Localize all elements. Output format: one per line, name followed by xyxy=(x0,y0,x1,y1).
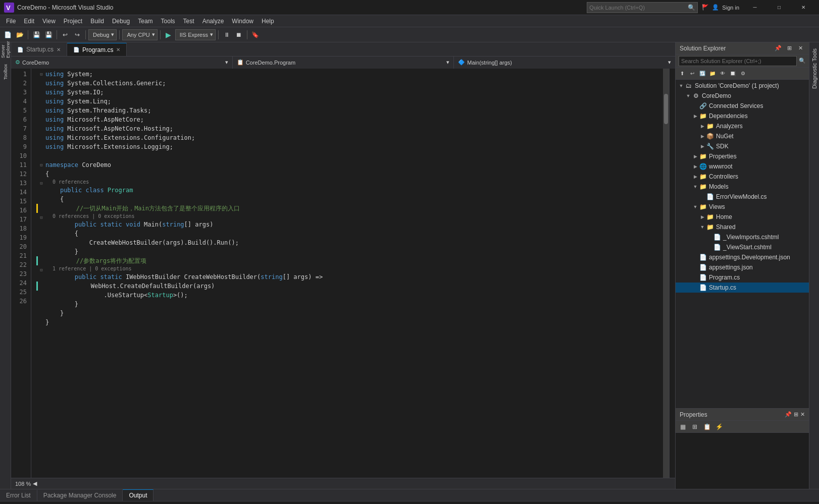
bottom-tab-package-manager-console[interactable]: Package Manager Console xyxy=(37,490,123,501)
tree-item-Program-cs[interactable]: 📄Program.cs xyxy=(676,272,809,283)
tree-item--ViewImports-cshtml[interactable]: 📄_ViewImports.cshtml xyxy=(676,232,809,242)
se-search-input[interactable] xyxy=(679,56,797,66)
fold-icon-21[interactable]: ⊟ xyxy=(38,265,44,274)
code-line-4[interactable]: using System.Linq; xyxy=(36,97,663,106)
se-pin-button[interactable]: 📌 xyxy=(774,44,783,53)
code-content[interactable]: ⊟using System;using System.Collections.G… xyxy=(31,69,663,478)
code-line-2[interactable]: using System.Collections.Generic; xyxy=(36,79,663,88)
minimize-button[interactable]: ─ xyxy=(743,0,766,15)
tree-item-Startup-cs[interactable]: 📄Startup.cs xyxy=(676,283,809,293)
menu-item-tools[interactable]: Tools xyxy=(157,15,179,27)
member-dropdown[interactable]: 🔷 Main(string[] args) ▾ xyxy=(454,57,675,69)
menu-item-team[interactable]: Team xyxy=(134,15,157,27)
tree-item-appsettings-Development-json[interactable]: 📄appsettings.Development.json xyxy=(676,252,809,262)
tree-arrow[interactable]: ▶ xyxy=(692,151,699,161)
vertical-scrollbar[interactable] xyxy=(663,69,669,478)
se-expand-button[interactable]: ⊞ xyxy=(785,44,794,53)
menu-item-window[interactable]: Window xyxy=(228,15,258,27)
code-line-1[interactable]: ⊟using System; xyxy=(36,70,663,79)
tree-item-Properties[interactable]: ▶📁Properties xyxy=(676,151,809,161)
new-project-button[interactable]: 📄 xyxy=(2,29,13,40)
code-line-6[interactable]: using Microsoft.AspNetCore; xyxy=(36,115,663,124)
code-line-20[interactable]: //参数args将作为配置项 xyxy=(36,256,663,265)
debug-mode-dropdown[interactable]: Debug ▾ xyxy=(88,29,117,40)
menu-item-analyze[interactable]: Analyze xyxy=(198,15,228,27)
tree-arrow[interactable]: ▼ xyxy=(692,202,699,212)
diagnostic-tools-tab[interactable]: Diagnostic Tools xyxy=(810,44,818,93)
code-line-11[interactable]: ⊟namespace CoreDemo xyxy=(36,160,663,170)
tree-arrow[interactable]: ▶ xyxy=(692,111,699,121)
fold-icon-1[interactable]: ⊟ xyxy=(38,70,44,79)
tree-item-Views[interactable]: ▼📁Views xyxy=(676,202,809,212)
fold-icon-11[interactable]: ⊟ xyxy=(38,160,44,170)
start-button[interactable]: ▶ xyxy=(163,29,174,40)
save-button[interactable]: 💾 xyxy=(31,29,42,40)
code-line-23[interactable]: .UseStartup<Startup>(); xyxy=(36,291,663,300)
se-tb-btn-6[interactable]: 🔲 xyxy=(728,69,737,78)
platform-dropdown[interactable]: Any CPU ▾ xyxy=(122,29,157,40)
prop-tb-events[interactable]: ⚡ xyxy=(714,422,724,432)
prop-close-button[interactable]: ✕ xyxy=(800,411,805,418)
menu-item-build[interactable]: Build xyxy=(86,15,108,27)
open-button[interactable]: 📂 xyxy=(14,29,25,40)
menu-item-help[interactable]: Help xyxy=(258,15,278,27)
save-all-button[interactable]: 💾 xyxy=(43,29,54,40)
tree-item-Home[interactable]: ▶📁Home xyxy=(676,212,809,222)
code-line-10[interactable] xyxy=(36,151,663,160)
server-explorer-icon[interactable]: Server Explorer xyxy=(1,44,11,54)
sign-in[interactable]: Sign in xyxy=(722,5,739,11)
menu-item-file[interactable]: File xyxy=(2,15,20,27)
tab-close[interactable]: ✕ xyxy=(57,47,61,52)
close-button[interactable]: ✕ xyxy=(792,0,815,15)
se-tb-btn-5[interactable]: 👁 xyxy=(718,69,727,78)
tree-item-Analyzers[interactable]: ▶📁Analyzers xyxy=(676,121,809,131)
tab-close[interactable]: ✕ xyxy=(116,47,120,52)
se-tb-btn-4[interactable]: 📁 xyxy=(708,69,717,78)
menu-item-view[interactable]: View xyxy=(38,15,60,27)
tree-arrow[interactable]: ▶ xyxy=(692,161,699,172)
prop-pin-button[interactable]: 📌 xyxy=(785,411,792,418)
tree-item-CoreDemo[interactable]: ▼⚙CoreDemo xyxy=(676,91,809,101)
code-line-26[interactable]: } xyxy=(36,318,663,327)
code-line-3[interactable]: using System.IO; xyxy=(36,88,663,97)
prop-tb-alpha[interactable]: ⊞ xyxy=(690,422,700,432)
search-box[interactable]: 🔍 xyxy=(587,2,698,13)
tree-item--ViewStart-cshtml[interactable]: 📄_ViewStart.cshtml xyxy=(676,242,809,252)
run-target-dropdown[interactable]: IIS Express ▾ xyxy=(175,29,216,40)
tree-item-SDK[interactable]: ▶🔧SDK xyxy=(676,141,809,151)
se-tb-btn-1[interactable]: ⬆ xyxy=(678,69,687,78)
code-line-21[interactable]: ⊟1 reference | 0 exceptions public stati… xyxy=(36,265,663,282)
code-line-14[interactable]: { xyxy=(36,195,663,204)
code-line-18[interactable]: CreateWebHostBuilder(args).Build().Run()… xyxy=(36,238,663,247)
menu-item-debug[interactable]: Debug xyxy=(108,15,134,27)
tree-item-Shared[interactable]: ▼📁Shared xyxy=(676,222,809,232)
prop-tb-cat[interactable]: ▦ xyxy=(678,422,688,432)
code-line-12[interactable]: { xyxy=(36,170,663,179)
tree-arrow[interactable]: ▼ xyxy=(685,91,692,101)
code-line-5[interactable]: using System.Threading.Tasks; xyxy=(36,106,663,115)
se-tb-btn-2[interactable]: ↩ xyxy=(688,69,697,78)
undo-button[interactable]: ↩ xyxy=(60,29,71,40)
code-line-19[interactable]: } xyxy=(36,247,663,256)
tree-item-appsettings-json[interactable]: 📄appsettings.json xyxy=(676,262,809,272)
tree-item-ErrorViewModel-cs[interactable]: 📄ErrorViewModel.cs xyxy=(676,192,809,202)
code-line-7[interactable]: using Microsoft.AspNetCore.Hosting; xyxy=(36,124,663,133)
tree-arrow[interactable]: ▶ xyxy=(692,172,699,182)
tree-item-Controllers[interactable]: ▶📁Controllers xyxy=(676,172,809,182)
tab-Program-cs[interactable]: 📄Program.cs✕ xyxy=(67,43,127,56)
prop-tb-props[interactable]: 📋 xyxy=(702,422,712,432)
zoom-slider[interactable]: ◀ xyxy=(33,480,37,487)
prop-expand-button[interactable]: ⊞ xyxy=(794,411,798,418)
tree-item-Models[interactable]: ▼📁Models xyxy=(676,182,809,192)
menu-item-project[interactable]: Project xyxy=(60,15,86,27)
namespace-dropdown[interactable]: ⚙ CoreDemo ▾ xyxy=(11,57,233,69)
fold-icon-13[interactable]: ⊟ xyxy=(38,179,44,188)
code-line-22[interactable]: WebHost.CreateDefaultBuilder(args) xyxy=(36,282,663,291)
menu-item-test[interactable]: Test xyxy=(179,15,198,27)
se-tb-btn-3[interactable]: 🔃 xyxy=(698,69,707,78)
tree-arrow[interactable]: ▼ xyxy=(678,81,685,91)
stop-button[interactable]: ⏹ xyxy=(233,29,244,40)
tree-arrow[interactable]: ▶ xyxy=(699,121,706,131)
bottom-tab-output[interactable]: Output xyxy=(123,489,153,501)
code-line-8[interactable]: using Microsoft.Extensions.Configuration… xyxy=(36,133,663,142)
